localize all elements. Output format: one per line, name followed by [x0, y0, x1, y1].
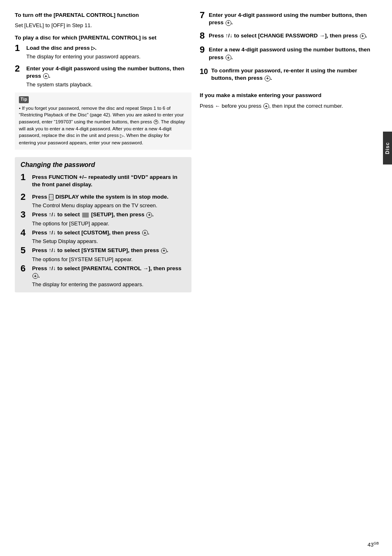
enter-btn-8: + — [360, 33, 366, 39]
change-step-4-bold: Press ↑/↓ to select [CUSTOM], then press… — [32, 229, 186, 236]
right-step-10: 10 To confirm your password, re-enter it… — [200, 67, 379, 82]
change-step-6-bold: Press ↑/↓ to select [PARENTAL CONTROL →]… — [32, 265, 186, 280]
section-turn-off-body: Set [LEVEL] to [OFF] in Step 11. — [15, 22, 191, 28]
tip-text: • If you forget your password, remove th… — [19, 105, 187, 146]
step-2-sub: The system starts playback. — [26, 81, 191, 88]
change-step-5-content: Press ↑/↓ to select [SYSTEM SETUP], then… — [32, 247, 186, 263]
right-step-9-num: 9 — [200, 45, 209, 54]
right-step-9-bold: Enter a new 4-digit password using the n… — [209, 46, 379, 61]
step-1-bold: Load the disc and press ▷. — [26, 44, 191, 52]
change-step-4: 4 Press ↑/↓ to select [CUSTOM], then pre… — [21, 229, 186, 245]
changing-password-section: Changing the password 1 Press FUNCTION +… — [15, 157, 191, 293]
change-step-6-sub: The display for entering the password ap… — [32, 281, 186, 288]
section-mistake: If you make a mistake entering your pass… — [200, 92, 379, 110]
change-step-5-sub: The options for [SYSTEM SETUP] appear. — [32, 256, 186, 263]
tip-enter-btn: + — [154, 120, 158, 124]
tip-box: Tip • If you forget your password, remov… — [15, 93, 191, 150]
right-step-10-bold: To confirm your password, re-enter it us… — [211, 67, 379, 82]
enter-btn-mistake: + — [263, 103, 269, 109]
left-column: To turn off the [PARENTAL CONTROL] funct… — [15, 12, 191, 544]
right-step-9: 9 Enter a new 4-digit password using the… — [200, 46, 379, 61]
right-step-8-num: 8 — [200, 31, 209, 40]
tip-play-icon: ▷ — [120, 132, 124, 139]
right-step-8-bold: Press ↑/↓ to select [CHANGE PASSWORD →],… — [209, 32, 379, 39]
change-step-4-content: Press ↑/↓ to select [CUSTOM], then press… — [32, 229, 186, 245]
enter-btn-4: + — [142, 230, 148, 236]
page-number: 43GB — [368, 541, 379, 548]
section-mistake-body: Press ← before you press +, then input t… — [200, 102, 379, 110]
setup-icon — [82, 213, 89, 218]
change-step-5-bold: Press ↑/↓ to select [SYSTEM SETUP], then… — [32, 247, 186, 254]
section-play-disc: To play a disc for which [PARENTAL CONTR… — [15, 34, 191, 150]
change-step-1: 1 Press FUNCTION +/– repeatedly until “D… — [21, 174, 186, 188]
display-icon: □ — [49, 194, 53, 200]
change-step-3-bold: Press ↑/↓ to select [SETUP], then press … — [32, 211, 186, 218]
page-num-value: 43 — [368, 542, 374, 548]
change-step-3-content: Press ↑/↓ to select [SETUP], then press … — [32, 211, 186, 227]
enter-btn-5: + — [161, 248, 167, 254]
side-tab-label: Disc — [385, 142, 390, 154]
change-step-6-content: Press ↑/↓ to select [PARENTAL CONTROL →]… — [32, 265, 186, 289]
change-step-5: 5 Press ↑/↓ to select [SYSTEM SETUP], th… — [21, 247, 186, 263]
right-step-9-content: Enter a new 4-digit password using the n… — [209, 46, 379, 61]
main-content: To turn off the [PARENTAL CONTROL] funct… — [0, 0, 392, 556]
change-step-5-num: 5 — [21, 246, 32, 255]
enter-btn-3: + — [146, 212, 152, 218]
changing-password-title: Changing the password — [21, 161, 186, 169]
section-turn-off-heading: To turn off the [PARENTAL CONTROL] funct… — [15, 12, 191, 19]
enter-btn-6: + — [32, 273, 38, 279]
section-play-disc-heading: To play a disc for which [PARENTAL CONTR… — [15, 34, 191, 42]
step-1-content: Load the disc and press ▷. The display f… — [26, 44, 191, 60]
right-step-8: 8 Press ↑/↓ to select [CHANGE PASSWORD →… — [200, 32, 379, 40]
change-step-3-sub: The options for [SETUP] appear. — [32, 220, 186, 227]
change-step-2-bold: Press □ DISPLAY while the system is in s… — [32, 193, 186, 201]
tip-icon: Tip — [19, 96, 29, 103]
right-step-8-content: Press ↑/↓ to select [CHANGE PASSWORD →],… — [209, 32, 379, 39]
step-1-sub: The display for entering your password a… — [26, 53, 191, 60]
section-turn-off: To turn off the [PARENTAL CONTROL] funct… — [15, 12, 191, 28]
change-step-6: 6 Press ↑/↓ to select [PARENTAL CONTROL … — [21, 265, 186, 289]
change-step-1-num: 1 — [21, 173, 32, 182]
page: To turn off the [PARENTAL CONTROL] funct… — [0, 0, 392, 556]
step-1-num: 1 — [15, 44, 26, 53]
section-mistake-heading: If you make a mistake entering your pass… — [200, 92, 379, 99]
enter-btn-10: + — [265, 76, 270, 81]
enter-button: + — [43, 73, 49, 79]
step-2-bold: Enter your 4-digit password using the nu… — [26, 65, 191, 80]
right-column: 7 Enter your 4-digit password using the … — [200, 12, 379, 544]
right-step-7-content: Enter your 4-digit password using the nu… — [209, 12, 379, 26]
change-step-4-num: 4 — [21, 228, 32, 237]
right-step-7-bold: Enter your 4-digit password using the nu… — [209, 12, 379, 26]
change-step-2: 2 Press □ DISPLAY while the system is in… — [21, 193, 186, 209]
side-tab: Disc — [383, 132, 392, 164]
step-2-content: Enter your 4-digit password using the nu… — [26, 65, 191, 89]
change-step-6-num: 6 — [21, 264, 32, 273]
change-step-4-sub: The Setup Display appears. — [32, 238, 186, 245]
change-step-2-num: 2 — [21, 192, 32, 202]
play-icon: ▷ — [91, 45, 95, 51]
right-step-10-content: To confirm your password, re-enter it us… — [211, 67, 379, 82]
change-step-3-num: 3 — [21, 210, 32, 219]
change-step-1-content: Press FUNCTION +/– repeatedly until “DVD… — [32, 174, 186, 188]
right-step-7-num: 7 — [200, 11, 209, 20]
enter-btn-9: + — [226, 55, 231, 60]
enter-btn-7: + — [226, 20, 231, 26]
step-2-num: 2 — [15, 64, 26, 73]
step-2: 2 Enter your 4-digit password using the … — [15, 65, 191, 89]
change-step-1-bold: Press FUNCTION +/– repeatedly until “DVD… — [32, 174, 186, 188]
right-step-10-num: 10 — [200, 68, 211, 75]
right-step-7: 7 Enter your 4-digit password using the … — [200, 12, 379, 26]
step-1: 1 Load the disc and press ▷. The display… — [15, 44, 191, 60]
change-step-3: 3 Press ↑/↓ to select [SETUP], then pres… — [21, 211, 186, 227]
page-num-superscript: GB — [374, 541, 379, 545]
change-step-2-sub: The Control Menu display appears on the … — [32, 202, 186, 209]
change-step-2-content: Press □ DISPLAY while the system is in s… — [32, 193, 186, 209]
